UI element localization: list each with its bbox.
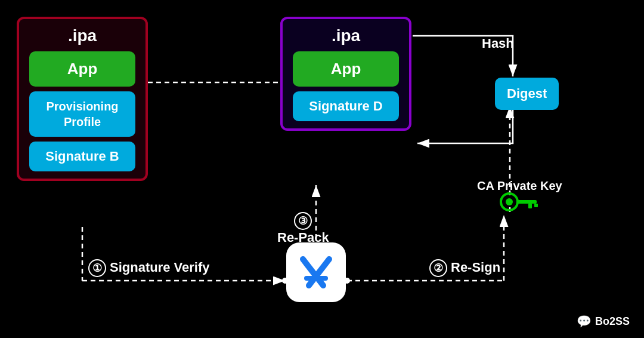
right-ipa-box: .ipa App Signature D: [280, 17, 411, 131]
step-1-label: ①Signature Verify: [88, 259, 210, 277]
left-provisioning-box: ProvisioningProfile: [29, 91, 135, 137]
left-ipa-box: .ipa App ProvisioningProfile Signature B: [17, 17, 148, 181]
svg-rect-18: [534, 204, 538, 207]
watermark-text: Bo2SS: [595, 315, 630, 328]
key-icon: [499, 190, 540, 219]
step-3-label: ③Re-Pack: [277, 212, 329, 245]
watermark: 💬 Bo2SS: [577, 314, 630, 328]
svg-rect-16: [516, 200, 537, 204]
right-app-box: App: [293, 51, 399, 87]
svg-rect-17: [528, 204, 532, 208]
step-2-number: ②: [429, 259, 447, 277]
step-3-number: ③: [294, 212, 312, 230]
left-app-box: App: [29, 51, 135, 87]
svg-point-15: [506, 198, 513, 205]
step-1-number: ①: [88, 259, 106, 277]
left-signature-box: Signature B: [29, 142, 135, 171]
step-2-label: ②Re-Sign: [429, 259, 500, 277]
left-ipa-title: .ipa: [68, 26, 97, 45]
diagram: .ipa App ProvisioningProfile Signature B…: [0, 0, 644, 338]
right-ipa-title: .ipa: [332, 26, 360, 45]
hash-label: Hash: [482, 36, 514, 51]
appstore-icon: [286, 242, 346, 302]
watermark-icon: 💬: [577, 314, 592, 328]
right-signature-box: Signature D: [293, 91, 399, 121]
digest-box: Digest: [495, 78, 559, 110]
